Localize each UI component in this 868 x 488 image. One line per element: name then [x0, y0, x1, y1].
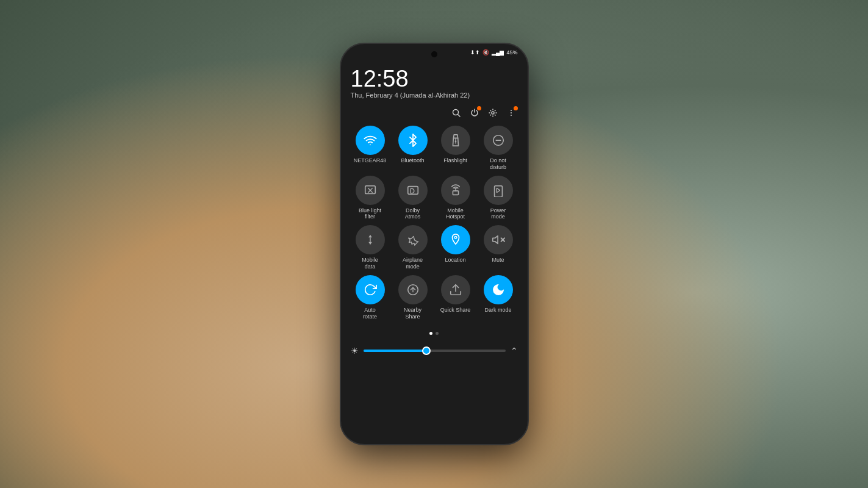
flashlight-icon [441, 126, 470, 155]
brightness-row: ☀ ⌃ [351, 346, 518, 356]
qs-tile-bluetooth[interactable]: Bluetooth [393, 126, 432, 171]
hotspot-icon [441, 176, 470, 205]
darkmode-label: Dark mode [484, 307, 511, 314]
phone: ⬇⬆ 🔇 ▂▄▆ 45% 12:58 Thu, February 4 (Juma… [340, 43, 529, 445]
dolby-label: Dolby Atmos [405, 207, 421, 221]
airplane-icon [398, 225, 428, 254]
nearbyshare-label: Nearby Share [404, 307, 421, 320]
wifi-label: NETGEAR48 [354, 157, 387, 164]
bluelight-label: Blue light filter [359, 207, 381, 221]
qs-tile-hotspot[interactable]: Mobile Hotspot [436, 176, 475, 221]
powermode-label: Power mode [490, 207, 506, 221]
brightness-fill [364, 350, 428, 352]
page-dots [351, 332, 518, 335]
svg-point-3 [511, 110, 512, 111]
qs-tile-darkmode[interactable]: Dark mode [479, 275, 518, 320]
qs-tile-wifi[interactable]: NETGEAR48 [351, 126, 390, 171]
flashlight-label: Flashlight [443, 157, 467, 164]
qs-tile-bluelight[interactable]: Blue light filter [351, 176, 390, 221]
qs-settings-button[interactable] [489, 109, 497, 117]
mute-status-icon: 🔇 [482, 49, 489, 56]
qs-tile-airplane[interactable]: Airplane mode [393, 225, 432, 270]
power-badge [477, 106, 481, 110]
scene: ⬇⬆ 🔇 ▂▄▆ 45% 12:58 Thu, February 4 (Juma… [0, 0, 868, 488]
svg-point-5 [511, 115, 512, 116]
svg-line-18 [497, 190, 500, 193]
status-icons: ⬇⬆ 🔇 ▂▄▆ 45% [470, 49, 517, 56]
svg-point-20 [454, 237, 457, 239]
powermode-icon [484, 176, 513, 205]
autorotate-label: Auto rotate [363, 307, 377, 320]
airplane-label: Airplane mode [403, 257, 423, 270]
svg-point-4 [511, 112, 512, 113]
svg-rect-14 [453, 191, 458, 195]
location-label: Location [445, 257, 465, 264]
svg-point-7 [454, 140, 456, 142]
clock-time: 12:58 [351, 67, 518, 90]
qs-tile-powermode[interactable]: Power mode [479, 176, 518, 221]
qs-tile-location[interactable]: Location [436, 225, 475, 270]
more-badge [514, 106, 518, 110]
hotspot-label: Mobile Hotspot [446, 207, 465, 221]
battery-status-text: 45% [506, 49, 517, 56]
camera-hole [431, 51, 437, 57]
mute-icon [484, 225, 513, 254]
mobiledata-label: Mobile data [362, 257, 378, 270]
screen: ⬇⬆ 🔇 ▂▄▆ 45% 12:58 Thu, February 4 (Juma… [341, 44, 528, 444]
nearbyshare-icon [398, 275, 428, 304]
qs-tile-mute[interactable]: Mute [479, 225, 518, 270]
qs-tile-dolby[interactable]: Dolby Atmos [393, 176, 432, 221]
qs-tile-autorotate[interactable]: Auto rotate [351, 275, 390, 320]
qs-tile-nearbyshare[interactable]: Nearby Share [393, 275, 432, 320]
darkmode-icon [484, 275, 513, 304]
autorotate-icon [356, 275, 385, 304]
wifi-icon [356, 126, 385, 155]
bluetooth-status-icon: ⬇⬆ [470, 49, 480, 56]
svg-point-2 [492, 112, 494, 114]
brightness-thumb[interactable] [422, 346, 431, 355]
qs-tile-dnd[interactable]: Do not disturb [479, 126, 518, 171]
dnd-label: Do not disturb [490, 157, 506, 171]
mute-label: Mute [492, 257, 504, 264]
clock-date: Thu, February 4 (Jumada al-Akhirah 22) [351, 92, 518, 99]
page-dot-2 [436, 332, 439, 335]
location-icon [441, 225, 470, 254]
qs-tile-mobiledata[interactable]: Mobile data [351, 225, 390, 270]
qs-power-button[interactable] [470, 109, 479, 117]
qs-header [351, 109, 518, 117]
bluelight-icon [356, 176, 385, 205]
svg-marker-21 [492, 236, 497, 244]
qs-more-button[interactable] [507, 109, 515, 117]
qs-search-button[interactable] [452, 109, 461, 117]
quickshare-label: Quick Share [440, 307, 471, 314]
qs-tile-flashlight[interactable]: Flashlight [436, 126, 475, 171]
bluetooth-icon [398, 126, 428, 155]
brightness-bar[interactable] [364, 350, 506, 352]
qs-grid: NETGEAR48BluetoothFlashlightDo not distu… [351, 126, 518, 320]
phone-wrapper: ⬇⬆ 🔇 ▂▄▆ 45% 12:58 Thu, February 4 (Juma… [340, 43, 529, 445]
svg-line-17 [497, 188, 500, 190]
mobiledata-icon [356, 225, 385, 254]
qs-tile-quickshare[interactable]: Quick Share [436, 275, 475, 320]
brightness-expand-button[interactable]: ⌃ [511, 346, 518, 356]
dolby-icon [398, 176, 428, 205]
dnd-icon [484, 126, 513, 155]
svg-line-1 [457, 115, 460, 117]
page-dot-1 [429, 332, 432, 335]
signal-status-icon: ▂▄▆ [492, 49, 504, 56]
brightness-icon: ☀ [351, 346, 359, 356]
bluetooth-label: Bluetooth [401, 157, 424, 164]
quickshare-icon [441, 275, 470, 304]
time-section: 12:58 Thu, February 4 (Jumada al-Akhirah… [351, 67, 518, 99]
